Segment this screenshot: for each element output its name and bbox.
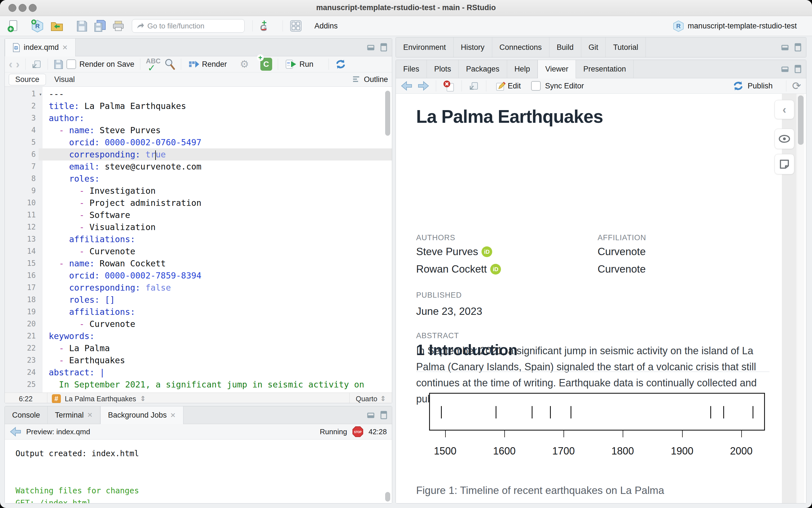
open-folder-icon bbox=[50, 20, 64, 32]
maximize-pane-icon[interactable] bbox=[794, 43, 802, 52]
tab-help[interactable]: Help bbox=[507, 60, 538, 78]
render-on-save-checkbox[interactable] bbox=[67, 59, 76, 69]
code-line: 13 affiliations: bbox=[5, 233, 392, 245]
minimize-pane-icon[interactable] bbox=[781, 43, 790, 51]
new-file-button[interactable] bbox=[6, 18, 27, 34]
code-line: 23 - Earthquakes bbox=[5, 354, 392, 366]
goto-file-input[interactable]: Go to file/function bbox=[132, 19, 245, 33]
viewer-popout-icon[interactable] bbox=[469, 81, 479, 91]
version-control-button[interactable]: G + − bbox=[258, 18, 278, 34]
source-mode-button[interactable]: Source bbox=[9, 74, 46, 85]
sync-editor-checkbox[interactable] bbox=[531, 81, 541, 91]
save-all-icon bbox=[93, 20, 106, 32]
refresh-viewer-icon[interactable]: ⟳ bbox=[792, 81, 801, 91]
clear-viewer-icon[interactable] bbox=[443, 80, 455, 92]
chunk-plus-icon: + bbox=[257, 54, 264, 61]
tab-presentation[interactable]: Presentation bbox=[576, 60, 634, 78]
outline-button[interactable]: Outline bbox=[364, 75, 388, 84]
tab-plots[interactable]: Plots bbox=[427, 60, 459, 78]
job-back-icon[interactable] bbox=[10, 426, 22, 437]
viewer-content: La Palma Earthquakes AUTHORS AFFILIATION… bbox=[396, 94, 806, 504]
save-file-icon[interactable] bbox=[53, 59, 63, 69]
visual-mode-button[interactable]: Visual bbox=[48, 74, 81, 85]
console-tab-terminal[interactable]: Terminal✕ bbox=[48, 406, 100, 424]
event-tick-1971 bbox=[723, 406, 724, 418]
new-project-button[interactable]: R bbox=[29, 18, 46, 34]
console-tab-console[interactable]: Console bbox=[5, 406, 48, 424]
edit-button[interactable]: Edit bbox=[493, 79, 523, 93]
publish-button[interactable]: Publish bbox=[748, 82, 773, 90]
jobs-output[interactable]: Output created: index.html Watching file… bbox=[5, 439, 392, 504]
save-button[interactable] bbox=[74, 19, 89, 33]
tab-connections[interactable]: Connections bbox=[492, 37, 550, 57]
author-affiliation: Curvenote bbox=[598, 246, 646, 258]
svg-text:R: R bbox=[676, 23, 681, 30]
reader-view-button[interactable] bbox=[775, 129, 794, 149]
spellcheck-icon[interactable]: ABC ✓ bbox=[146, 58, 161, 71]
gear-icon[interactable]: ⚙ bbox=[240, 59, 249, 69]
axis-label: 1500 bbox=[434, 445, 456, 457]
filetype-menu[interactable]: Quarto ⇕ bbox=[350, 395, 392, 403]
maximize-pane-icon[interactable] bbox=[380, 411, 388, 420]
eye-icon bbox=[778, 134, 790, 143]
popout-icon[interactable] bbox=[31, 59, 42, 69]
rerun-icon[interactable] bbox=[334, 58, 347, 70]
new-file-icon bbox=[7, 19, 18, 32]
open-file-button[interactable] bbox=[48, 18, 72, 33]
close-tab-icon[interactable]: ✕ bbox=[170, 412, 176, 419]
panes-layout-button[interactable] bbox=[288, 18, 310, 33]
tab-git[interactable]: Git bbox=[581, 37, 606, 57]
minimize-pane-icon[interactable] bbox=[781, 65, 790, 73]
axis-tick bbox=[564, 431, 564, 437]
viewer-back-icon[interactable] bbox=[401, 81, 413, 91]
code-line: 12 - Visualization bbox=[5, 221, 392, 233]
tab-history[interactable]: History bbox=[454, 37, 492, 57]
section-jump-menu[interactable]: # La Palma Earthquakes ⇕ bbox=[47, 393, 350, 403]
tab-files[interactable]: Files bbox=[396, 60, 427, 78]
author-name: Rowan CockettiD bbox=[416, 263, 501, 275]
orcid-icon[interactable]: iD bbox=[482, 246, 492, 257]
event-tick-1585 bbox=[496, 406, 496, 418]
figure-caption: Figure 1: Timeline of recent earthquakes… bbox=[416, 484, 664, 497]
maximize-pane-icon[interactable] bbox=[380, 43, 388, 52]
event-tick-1492 bbox=[441, 406, 442, 418]
tab-viewer[interactable]: Viewer bbox=[537, 60, 576, 78]
console-tab-background-jobs[interactable]: Background Jobs✕ bbox=[100, 406, 184, 424]
print-button[interactable] bbox=[111, 19, 126, 33]
code-editor[interactable]: 1▾---2title: La Palma Earthquakes3author… bbox=[5, 87, 392, 392]
qmd-file-icon bbox=[12, 43, 20, 52]
render-button[interactable]: Render bbox=[187, 58, 229, 71]
close-tab-icon[interactable]: ✕ bbox=[62, 44, 68, 51]
goto-arrow-icon bbox=[136, 22, 145, 30]
collapse-panel-button[interactable]: ‹ bbox=[775, 100, 794, 119]
event-tick-1677 bbox=[550, 406, 551, 418]
search-icon[interactable] bbox=[164, 58, 175, 70]
minimize-pane-icon[interactable] bbox=[367, 411, 376, 419]
addins-button[interactable]: Addins bbox=[313, 20, 346, 32]
stop-job-icon[interactable]: STOP bbox=[352, 426, 363, 437]
tab-environment[interactable]: Environment bbox=[396, 37, 454, 57]
insert-chunk-button[interactable]: C + bbox=[260, 58, 272, 71]
project-menu-button[interactable]: R manuscript-template-rstudio-test bbox=[671, 18, 806, 33]
tab-packages[interactable]: Packages bbox=[459, 60, 507, 78]
affiliation-label: AFFILIATION bbox=[598, 234, 646, 242]
minimize-pane-icon[interactable] bbox=[367, 43, 376, 51]
viewer-forward-icon[interactable] bbox=[417, 81, 429, 91]
addins-label: Addins bbox=[315, 22, 338, 31]
nav-forward-icon[interactable]: › bbox=[16, 58, 19, 70]
maximize-pane-icon[interactable] bbox=[794, 65, 802, 74]
console-scrollbar[interactable] bbox=[385, 492, 390, 502]
fold-caret-icon[interactable]: ▾ bbox=[39, 88, 42, 100]
event-tick-1712 bbox=[571, 406, 571, 418]
tab-tutorial[interactable]: Tutorial bbox=[606, 37, 646, 57]
code-line: 3author: bbox=[5, 112, 392, 124]
tab-build[interactable]: Build bbox=[550, 37, 581, 57]
save-all-button[interactable] bbox=[92, 18, 108, 33]
run-button[interactable]: Run bbox=[284, 58, 315, 71]
close-tab-icon[interactable]: ✕ bbox=[87, 411, 93, 419]
filetype-updown-icon: ⇕ bbox=[380, 395, 386, 403]
annotate-button[interactable] bbox=[775, 154, 794, 174]
orcid-icon[interactable]: iD bbox=[490, 264, 501, 274]
tab-index-qmd[interactable]: index.qmd ✕ bbox=[5, 39, 76, 56]
nav-back-icon[interactable]: ‹ bbox=[9, 58, 12, 70]
